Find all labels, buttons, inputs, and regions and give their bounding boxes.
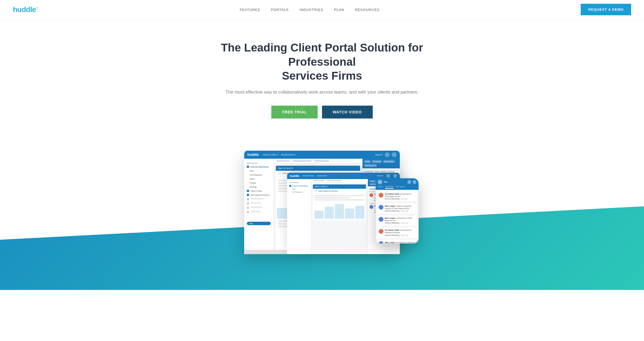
- hero-subtitle: The most effective way to collaborativel…: [11, 90, 633, 95]
- sidebar-item-settings[interactable]: Settings: [244, 185, 273, 189]
- chart-bar-1: [277, 208, 287, 219]
- sidebar-item-client-project[interactable]: Client Project: [244, 189, 273, 193]
- tablet-share-btn[interactable]: Share: [369, 180, 375, 182]
- workspaces-label: Workspaces: [244, 161, 273, 165]
- add-approver-action[interactable]: Add Approver: [364, 164, 377, 167]
- phone-avatar: [378, 180, 382, 184]
- watch-video-button[interactable]: WATCH VIDEO: [322, 106, 373, 118]
- activity-text-2: Marc Losper created an approval request …: [385, 205, 416, 212]
- nav-link-portals: PORTALS: [271, 8, 289, 12]
- phone-tab-my-tasks[interactable]: MY TASKS: [396, 186, 405, 189]
- nav-link-industries: INDUSTRIES: [299, 8, 323, 12]
- share-action[interactable]: Share: [364, 160, 371, 163]
- new-version-action[interactable]: New Version: [383, 160, 395, 163]
- hero-section: The Leading Client Portal Solution for P…: [0, 19, 644, 151]
- sidebar-dot-intl-icon: [247, 194, 249, 196]
- tablet-sidebar-files: Files: [287, 188, 311, 191]
- nav-item-portals[interactable]: PORTALS: [271, 7, 289, 12]
- breadcrumb-bar: › ›: [274, 159, 362, 164]
- app-search-label[interactable]: Search: [375, 153, 383, 156]
- help-button[interactable]: Help: [247, 222, 271, 225]
- tablet-nav-recent: Recent Files: [303, 175, 314, 177]
- app-logo-small: huddle: [247, 153, 259, 157]
- phone-activity-content: Tim Deloze Smith commented on Client Rep…: [376, 190, 419, 243]
- phone-icon-2[interactable]: [413, 180, 416, 184]
- hero-headline-line2: Services Firms: [282, 69, 362, 82]
- logo[interactable]: huddle™: [13, 5, 38, 14]
- phone-tabs: FILES ACTIVITY MY TASKS: [376, 186, 419, 190]
- activity-item-1: Tim Deloze Smith commented on Client Rep…: [377, 191, 417, 201]
- request-demo-button[interactable]: REQUEST A DEMO: [581, 4, 631, 15]
- download-action[interactable]: Download: [372, 160, 382, 163]
- file-list-header: Open in Word ▾: [276, 166, 360, 171]
- activity-item-3: Marc Losper commented on Client Report f…: [377, 216, 417, 225]
- tablet-sidebar-file-req: File Requests: [287, 191, 311, 194]
- logo-tm: ™: [36, 7, 38, 10]
- screenshot-wrapper: huddle Recent Files ▾ Bookmarks ▾ Search: [0, 151, 644, 254]
- sidebar-dot-client-icon: [247, 190, 249, 192]
- nav-item-features[interactable]: FEATURES: [240, 7, 260, 12]
- breadcrumb-arrow-1: ›: [291, 160, 292, 162]
- phone-mockup: Tim FILES ACTIVITY MY TASKS Tim Del: [376, 178, 419, 243]
- activity-item-5: Marc Losper commented on Marketing Propo…: [377, 240, 417, 243]
- tablet-app-logo: huddle: [290, 174, 299, 177]
- tablet-version-avatar-2: [369, 205, 373, 209]
- phone-status-bar: Tim: [376, 178, 419, 186]
- tablet-search: Search: [377, 175, 383, 177]
- sidebar-item-international-partners[interactable]: International Partners: [244, 193, 273, 197]
- nav-item-industries[interactable]: INDUSTRIES: [299, 7, 323, 12]
- app-search: Search: [375, 152, 397, 157]
- activity-text-4: Tim Deloze Smith commented on Marketing …: [385, 229, 416, 236]
- hero-buttons: FREE TRIAL WATCH VIDEO: [11, 106, 633, 118]
- notification-icon[interactable]: [385, 152, 390, 157]
- nav-link-resources: RESOURCES: [355, 8, 379, 12]
- sidebar-item-external-marketing[interactable]: External Marketing: [244, 165, 273, 169]
- logo-text: huddle: [13, 5, 36, 14]
- tablet-file-name: Client Report for Q3.docx: [318, 190, 338, 192]
- tablet-file-open-btn[interactable]: Open in Word ▾: [314, 186, 328, 188]
- sidebar-item-placeholder-4: [244, 210, 273, 214]
- sidebar-item-placeholder-2: [244, 201, 273, 206]
- activity-item-4: Tim Deloze Smith commented on Marketing …: [377, 228, 417, 238]
- activity-text-3: Marc Losper commented on Client Report f…: [385, 217, 416, 224]
- breadcrumb-item-1: [276, 160, 290, 162]
- phone-username: Tim: [384, 181, 387, 183]
- activity-text-5: Marc Losper commented on Marketing Propo…: [385, 241, 416, 243]
- navbar: huddle™ FEATURES PORTALS INDUSTRIES PLAN…: [0, 0, 644, 19]
- nav-item-resources[interactable]: RESOURCES: [355, 7, 379, 12]
- tablet-nav-bookmarks: Bookmarks: [317, 175, 327, 177]
- app-sidebar: Workspaces External Marketing Files File: [244, 159, 274, 250]
- screenshot-section: huddle Recent Files ▾ Bookmarks ▾ Search: [0, 151, 644, 290]
- sidebar-item-files[interactable]: Files: [244, 169, 273, 173]
- app-nav-bookmarks[interactable]: Bookmarks ▾: [281, 153, 295, 156]
- activity-avatar-5: [379, 241, 383, 243]
- tablet-version-avatar-1: [369, 193, 373, 197]
- activity-avatar-1: [379, 193, 383, 198]
- app-header: huddle Recent Files ▾ Bookmarks ▾ Search: [244, 151, 400, 159]
- activity-text-1: Tim Deloze Smith commented on Client Rep…: [385, 193, 416, 200]
- nav-links: FEATURES PORTALS INDUSTRIES PLAN RESOURC…: [240, 7, 379, 12]
- free-trial-button[interactable]: FREE TRIAL: [271, 106, 317, 118]
- tablet-sidebar-item-1: External Marketing: [292, 185, 308, 187]
- tablet-icon-1[interactable]: [386, 174, 390, 178]
- phone-tab-files[interactable]: FILES: [378, 186, 383, 189]
- laptop-container: huddle Recent Files ▾ Bookmarks ▾ Search: [244, 151, 400, 254]
- tablet-file-icon: 📄: [314, 190, 317, 192]
- app-nav-items: Recent Files ▾ Bookmarks ▾: [263, 153, 295, 156]
- app-nav-recent-files[interactable]: Recent Files ▾: [263, 153, 279, 156]
- activity-item-2: Marc Losper created an approval request …: [377, 203, 417, 213]
- breadcrumb-item-2: [293, 160, 312, 162]
- open-in-word-button[interactable]: Open in Word ▾: [278, 167, 293, 169]
- phone-tab-activity[interactable]: ACTIVITY: [385, 186, 394, 189]
- breadcrumb-item-3: [314, 160, 329, 162]
- sidebar-item-placeholder-3: [244, 206, 273, 210]
- sidebar-item-tasks[interactable]: Tasks: [244, 177, 273, 181]
- sidebar-item-file-requests[interactable]: File Requests: [244, 173, 273, 177]
- phone-icon-1[interactable]: [407, 180, 411, 184]
- user-avatar-icon[interactable]: [392, 152, 397, 157]
- hero-headline: The Leading Client Portal Solution for P…: [215, 41, 429, 83]
- nav-item-plan[interactable]: PLAN: [334, 7, 344, 12]
- sidebar-item-people[interactable]: People: [244, 181, 273, 185]
- sidebar-item-placeholder-1: [244, 197, 273, 201]
- tablet-icon-2[interactable]: [393, 174, 397, 178]
